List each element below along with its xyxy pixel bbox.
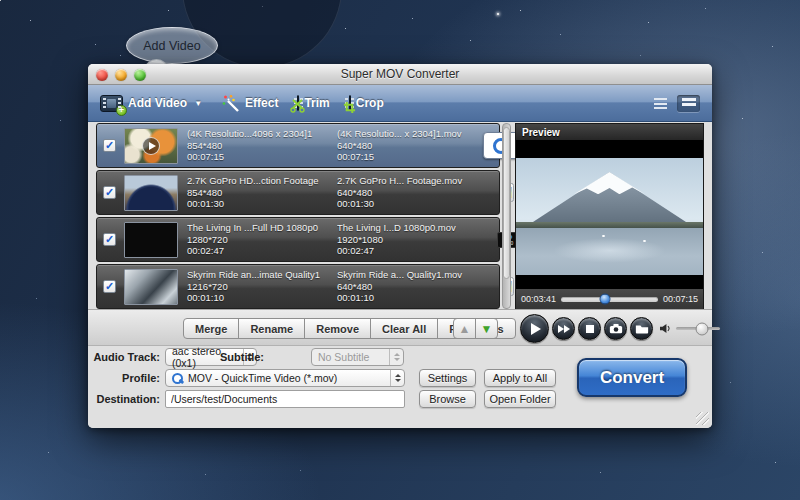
titlebar[interactable]: Super MOV Converter — [88, 64, 712, 85]
move-down-button[interactable]: ▼ — [475, 318, 498, 339]
stepper-icon — [390, 370, 404, 386]
camera-icon — [609, 323, 623, 334]
speaker-icon[interactable] — [659, 323, 672, 334]
app-window: Super MOV Converter + Add Video ▼ Effect — [88, 64, 712, 428]
check-icon: ✓ — [105, 280, 114, 292]
preview-panel: Preview 00:03:41 00:07:15 — [515, 123, 704, 309]
seek-bar: 00:03:41 00:07:15 — [516, 289, 703, 309]
row-checkbox[interactable]: ✓ — [103, 139, 116, 152]
playback-controls — [515, 310, 704, 347]
crop-icon — [343, 101, 356, 114]
zoom-button[interactable] — [134, 69, 146, 81]
scissors-icon — [290, 98, 305, 113]
list-scrollbar[interactable] — [502, 123, 511, 309]
add-video-button[interactable]: + Add Video ▼ — [100, 95, 202, 112]
video-list: ✓ (4K Resolutio...4096 x 2304]1 854*480 … — [96, 123, 500, 309]
play-overlay-icon[interactable] — [142, 137, 160, 155]
video-row-4[interactable]: ✓ Skyrim Ride an...imate Quality1 1216*7… — [96, 264, 500, 309]
preview-label: Preview — [522, 127, 560, 138]
seek-track[interactable] — [561, 297, 658, 302]
source-info: 2.7K GoPro HD...ction Footage 854*480 00… — [187, 175, 333, 210]
output-info: (4K Resolutio... x 2304]1.mov 640*480 00… — [337, 128, 479, 163]
up-arrow-icon: ▲ — [459, 322, 471, 336]
magic-wand-icon — [221, 94, 240, 112]
row-checkbox[interactable]: ✓ — [103, 280, 116, 293]
play-icon — [531, 323, 541, 335]
stepper-icon — [389, 349, 403, 365]
detail-view-icon — [682, 98, 696, 109]
callout-label: Add Video — [143, 39, 200, 53]
destination-label: Destination: — [92, 393, 160, 405]
subtitle-select[interactable]: No Subtitle — [311, 348, 404, 366]
merge-button[interactable]: Merge — [183, 318, 239, 339]
row-checkbox[interactable]: ✓ — [103, 233, 116, 246]
toolbar: + Add Video ▼ Effect — [88, 85, 712, 122]
settings-button[interactable]: Settings — [419, 369, 476, 387]
effect-button[interactable]: Effect — [221, 94, 278, 112]
quicktime-icon — [172, 373, 183, 384]
subtitle-label: Subtitle: — [218, 351, 264, 363]
source-info: The Living In ...Full HD 1080p0 1280*720… — [187, 222, 333, 257]
window-title: Super MOV Converter — [341, 67, 460, 81]
move-up-button[interactable]: ▲ — [453, 318, 476, 339]
control-band: Merge Rename Remove Clear All Properties… — [88, 309, 712, 346]
preview-video[interactable] — [516, 140, 703, 289]
resize-grip[interactable] — [696, 412, 709, 425]
film-add-icon: + — [100, 95, 123, 112]
video-row-1[interactable]: ✓ (4K Resolutio...4096 x 2304]1 854*480 … — [96, 123, 500, 168]
video-thumbnail — [124, 222, 178, 258]
apply-to-all-button[interactable]: Apply to All — [484, 369, 556, 387]
current-time: 00:03:41 — [521, 294, 556, 304]
video-thumbnail — [124, 128, 178, 164]
profile-label: Profile: — [92, 372, 160, 384]
output-info: The Living I...D 1080p0.mov 1920*1080 00… — [337, 222, 479, 257]
stop-icon — [586, 325, 594, 333]
video-row-2[interactable]: ✓ 2.7K GoPro HD...ction Footage 854*480 … — [96, 170, 500, 215]
output-settings: Audio Track: aac stereo (0x1) Subtitle: … — [88, 346, 712, 428]
chevron-down-icon: ▼ — [194, 99, 202, 108]
play-button[interactable] — [520, 314, 549, 343]
crop-button[interactable]: Crop — [349, 96, 384, 110]
open-folder-button[interactable]: Open Folder — [484, 390, 556, 408]
video-thumbnail — [124, 269, 178, 305]
video-frame — [516, 158, 703, 275]
total-time: 00:07:15 — [663, 294, 698, 304]
list-view-button[interactable] — [649, 95, 672, 112]
volume-slider[interactable] — [676, 327, 720, 330]
rename-button[interactable]: Rename — [238, 318, 305, 339]
list-view-icon — [654, 98, 667, 109]
video-row-3[interactable]: ✓ The Living In ...Full HD 1080p0 1280*7… — [96, 217, 500, 262]
browse-button[interactable]: Browse — [419, 390, 476, 408]
window-controls — [96, 69, 146, 81]
fast-forward-button[interactable] — [552, 317, 575, 340]
minimize-button[interactable] — [115, 69, 127, 81]
scrollbar-thumb[interactable] — [503, 127, 510, 279]
volume-control — [659, 323, 720, 334]
audio-track-label: Audio Track: — [92, 351, 160, 363]
stop-button[interactable] — [578, 317, 601, 340]
close-button[interactable] — [96, 69, 108, 81]
convert-button[interactable]: Convert — [577, 358, 687, 397]
open-output-button[interactable] — [630, 317, 653, 340]
destination-input[interactable] — [165, 390, 405, 408]
check-icon: ✓ — [105, 233, 114, 245]
add-video-callout: Add Video — [126, 27, 218, 64]
down-arrow-icon: ▼ — [481, 322, 493, 336]
remove-button[interactable]: Remove — [304, 318, 371, 339]
output-info: Skyrim Ride a... Quality1.mov 640*480 00… — [337, 269, 479, 304]
profile-select[interactable]: MOV - QuickTime Video (*.mov) — [165, 369, 405, 387]
snapshot-button[interactable] — [604, 317, 627, 340]
video-thumbnail — [124, 175, 178, 211]
trim-button[interactable]: Trim — [297, 96, 329, 110]
volume-thumb[interactable] — [695, 322, 708, 335]
row-checkbox[interactable]: ✓ — [103, 186, 116, 199]
clear-all-button[interactable]: Clear All — [370, 318, 438, 339]
check-icon: ✓ — [105, 186, 114, 198]
fast-forward-icon — [558, 325, 570, 333]
detail-view-button[interactable] — [677, 95, 700, 112]
check-icon: ✓ — [105, 139, 114, 151]
source-info: (4K Resolutio...4096 x 2304]1 854*480 00… — [187, 128, 333, 163]
seek-thumb[interactable] — [599, 294, 610, 305]
source-info: Skyrim Ride an...imate Quality1 1216*720… — [187, 269, 333, 304]
output-info: 2.7K GoPro H... Footage.mov 640*480 00:0… — [337, 175, 479, 210]
